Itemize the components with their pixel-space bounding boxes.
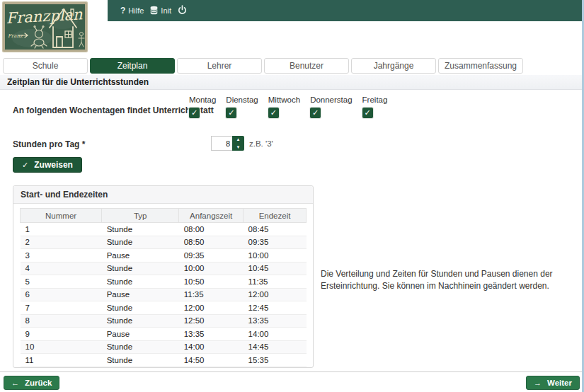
- help-icon: ?: [120, 6, 125, 16]
- weekday-label: Dienstag: [226, 96, 258, 104]
- table-cell: Stunde: [102, 236, 179, 249]
- spinner-down-icon[interactable]: ▼: [232, 144, 244, 151]
- table-cell: Stunde: [102, 301, 179, 315]
- hours-per-day-label: Stunden pro Tag *: [13, 139, 85, 149]
- weekday-dienstag: Dienstag✓: [226, 96, 258, 118]
- table-cell: 10:50: [179, 275, 244, 289]
- table-cell: 10:00: [179, 262, 244, 275]
- table-cell: 4: [21, 262, 102, 275]
- table-cell: 14:00: [179, 340, 244, 354]
- check-icon: ✓: [22, 161, 28, 170]
- info-text: Die Verteilung und Zeiten für Stunden un…: [321, 268, 581, 292]
- table-cell: 2: [21, 236, 102, 249]
- next-button-label: Weiter: [547, 379, 572, 387]
- table-cell: 08:50: [179, 236, 244, 249]
- table-cell: 09:35: [179, 249, 244, 263]
- footer-divider: [0, 371, 584, 372]
- weekday-checkbox[interactable]: ✓: [226, 108, 236, 118]
- weekday-montag: Montag✓: [189, 96, 216, 118]
- next-arrow-icon: →: [534, 379, 542, 387]
- weekdays-label: An folgenden Wochentagen findet Unterric…: [13, 105, 214, 115]
- table-cell: 11:35: [179, 288, 244, 301]
- column-header-nummer: Nummer: [21, 209, 102, 223]
- hours-per-day-input[interactable]: [211, 136, 232, 151]
- back-button[interactable]: ← Zurück: [4, 376, 59, 390]
- power-menu-item[interactable]: [178, 5, 187, 16]
- help-menu-item[interactable]: ? Hilfe: [120, 6, 144, 16]
- logo-annotation: Franz: [8, 33, 23, 39]
- help-label: Hilfe: [128, 6, 144, 15]
- table-cell: 1: [21, 223, 102, 236]
- table-cell: 5: [21, 275, 102, 289]
- tab-lehrer[interactable]: Lehrer: [177, 58, 262, 74]
- weekday-checkbox[interactable]: ✓: [362, 108, 373, 118]
- times-table-body: 1Stunde08:0008:452Stunde08:5009:353Pause…: [21, 223, 307, 367]
- table-cell: Stunde: [102, 262, 179, 275]
- table-cell: 15:35: [244, 354, 307, 367]
- weekday-mittwoch: Mittwoch✓: [268, 96, 300, 118]
- table-row: 4Stunde10:0010:45: [21, 262, 307, 275]
- weekday-checkbox[interactable]: ✓: [189, 108, 200, 118]
- tab-schule[interactable]: Schule: [3, 58, 88, 74]
- table-cell: 9: [21, 328, 102, 341]
- weekday-donnerstag: Donnerstag✓: [310, 96, 352, 118]
- weekday-label: Donnerstag: [310, 96, 352, 104]
- weekday-checkbox[interactable]: ✓: [268, 108, 279, 118]
- tab-benutzer[interactable]: Benutzer: [264, 58, 349, 74]
- times-panel-title: Start- und Endezeiten: [13, 186, 313, 204]
- times-table: Nummer Typ Anfangszeit Endezeit 1Stunde0…: [20, 208, 307, 367]
- table-cell: 10: [21, 340, 102, 354]
- table-row: 3Pause09:3510:00: [21, 249, 307, 263]
- column-header-anfangszeit: Anfangszeit: [179, 209, 244, 223]
- tab-jahrg-nge[interactable]: Jahrgänge: [351, 58, 436, 74]
- table-cell: Stunde: [102, 354, 179, 367]
- table-row: 2Stunde08:5009:35: [21, 236, 307, 249]
- assign-button[interactable]: ✓ Zuweisen: [13, 157, 82, 173]
- next-button[interactable]: → Weiter: [526, 376, 580, 390]
- weekday-group: Montag✓Dienstag✓Mittwoch✓Donnerstag✓Frei…: [189, 96, 387, 118]
- table-cell: 13:35: [244, 314, 307, 328]
- table-cell: 11: [21, 354, 102, 367]
- back-button-label: Zurück: [25, 379, 52, 387]
- app-window: ? Hilfe Init: [0, 0, 584, 392]
- table-header-row: Nummer Typ Anfangszeit Endezeit: [21, 209, 307, 223]
- tab-zeitplan[interactable]: Zeitplan: [90, 58, 175, 74]
- hours-spinner: ▲ ▼: [232, 136, 244, 151]
- weekday-checkbox[interactable]: ✓: [310, 108, 321, 118]
- table-row: 9Pause13:3514:00: [21, 328, 307, 341]
- init-menu-item[interactable]: Init: [150, 6, 171, 16]
- times-panel: Start- und Endezeiten Nummer Typ Anfangs…: [13, 185, 314, 368]
- table-cell: 3: [21, 249, 102, 263]
- hours-hint: z.B. '3': [249, 139, 273, 148]
- table-cell: Stunde: [102, 314, 179, 328]
- table-cell: 09:35: [244, 236, 307, 249]
- table-row: 1Stunde08:0008:45: [21, 223, 307, 236]
- page-section-title: Zeitplan für die Unterrichtsstunden: [0, 75, 584, 90]
- column-header-endezeit: Endezeit: [244, 209, 307, 223]
- hours-input-group: ▲ ▼: [211, 136, 244, 151]
- table-cell: Stunde: [102, 340, 179, 354]
- table-cell: 10:00: [244, 249, 307, 263]
- table-row: 11Stunde14:5015:35: [21, 354, 307, 367]
- database-icon: [150, 6, 158, 16]
- table-cell: 12:00: [244, 288, 307, 301]
- top-menubar: ? Hilfe Init: [108, 0, 584, 21]
- table-cell: 12:00: [179, 301, 244, 315]
- table-cell: 10:45: [244, 262, 307, 275]
- table-cell: 12:50: [179, 314, 244, 328]
- table-cell: 11:35: [244, 275, 307, 289]
- weekday-label: Montag: [189, 96, 216, 104]
- table-cell: 14:00: [244, 328, 307, 341]
- table-cell: 6: [21, 288, 102, 301]
- table-cell: 08:45: [244, 223, 307, 236]
- table-row: 6Pause11:3512:00: [21, 288, 307, 301]
- topbar-menu: ? Hilfe Init: [120, 5, 187, 16]
- table-cell: 8: [21, 314, 102, 328]
- franzplan-logo[interactable]: Franzplan Franz: [2, 1, 88, 52]
- tab-zusammenfassung[interactable]: Zusammenfassung: [438, 58, 523, 74]
- assign-button-label: Zuweisen: [34, 160, 73, 170]
- spinner-up-icon[interactable]: ▲: [232, 136, 244, 144]
- table-cell: Pause: [102, 249, 179, 263]
- table-cell: Pause: [102, 328, 179, 341]
- table-row: 8Stunde12:5013:35: [21, 314, 307, 328]
